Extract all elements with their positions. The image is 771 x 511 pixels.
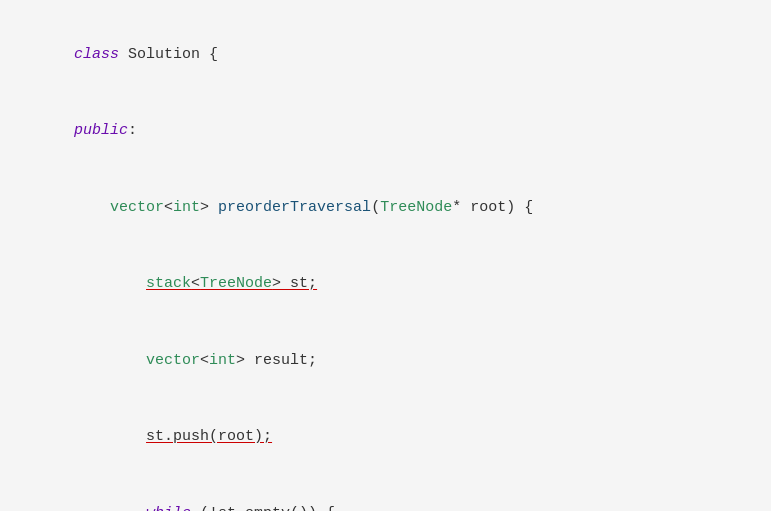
type-vector: vector <box>110 199 164 216</box>
type-treenode-1: TreeNode <box>380 199 452 216</box>
type-int-2: int <box>209 352 236 369</box>
code-line-7: while (!st.empty()) { <box>20 475 751 511</box>
code-line-4: stack<TreeNode> st; <box>20 246 751 323</box>
underline-push-root: st.push(root); <box>146 428 272 445</box>
fn-preorder: preorderTraversal <box>218 199 371 216</box>
type-vector-2: vector <box>146 352 200 369</box>
underline-stack: stack<TreeNode> st; <box>146 275 317 292</box>
code-line-3: vector<int> preorderTraversal(TreeNode* … <box>20 169 751 246</box>
code-line-1: class Solution { <box>20 16 751 93</box>
type-int: int <box>173 199 200 216</box>
type-stack: stack <box>146 275 191 292</box>
code-line-5: vector<int> result; <box>20 322 751 399</box>
type-treenode-2: TreeNode <box>200 275 272 292</box>
keyword-class: class <box>74 46 119 63</box>
code-block: class Solution { public: vector<int> pre… <box>20 16 751 511</box>
keyword-public: public <box>74 122 128 139</box>
code-container: class Solution { public: vector<int> pre… <box>0 0 771 511</box>
code-line-2: public: <box>20 93 751 170</box>
code-line-6: st.push(root); <box>20 399 751 476</box>
keyword-while: while <box>146 505 191 512</box>
